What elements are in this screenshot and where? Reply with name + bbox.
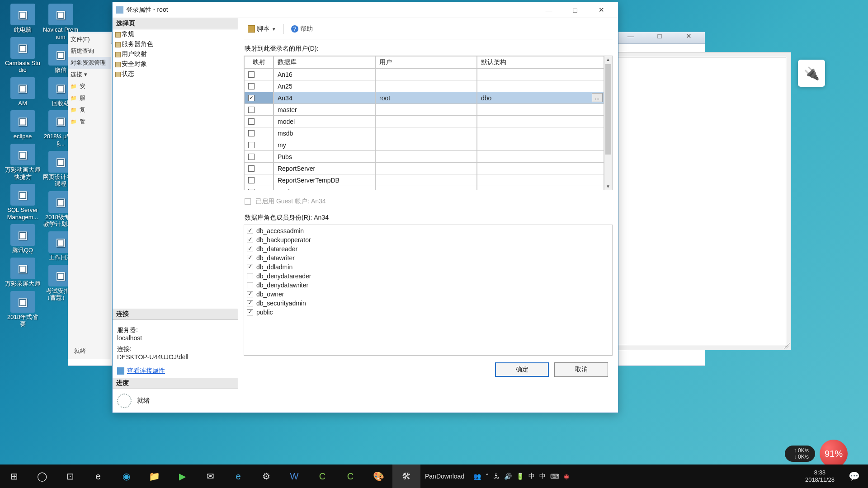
desktop-icon[interactable]: ▣AM [5, 77, 41, 107]
map-checkbox[interactable] [248, 154, 255, 160]
cell-database[interactable]: my [274, 139, 375, 151]
bg-maximize-button[interactable]: □ [646, 32, 673, 40]
cell-database[interactable]: ReportServer [274, 163, 375, 174]
map-checkbox[interactable] [248, 189, 255, 191]
script-button[interactable]: 脚本 [245, 23, 278, 34]
cell-schema[interactable] [477, 174, 604, 186]
cell-user[interactable]: root [375, 92, 477, 104]
cell-schema[interactable]: dbo... [477, 92, 604, 104]
resize-grip-icon[interactable] [783, 343, 790, 349]
minimize-button[interactable]: — [536, 2, 562, 18]
desktop-icon[interactable]: ▣万彩录屏大师 [5, 258, 41, 287]
cell-database[interactable]: model [274, 116, 375, 127]
cancel-button[interactable]: 取消 [554, 362, 608, 377]
taskbar-app-camtasia2[interactable]: C [336, 465, 364, 488]
desktop-icon[interactable]: ▣万彩动画大师 快捷方 [5, 144, 41, 180]
role-checkbox[interactable] [247, 228, 253, 234]
tray-ime1[interactable]: 中 [528, 472, 535, 480]
ok-button[interactable]: 确定 [495, 362, 549, 377]
mapping-row[interactable]: ReportServer [244, 163, 604, 174]
grid-scrollbar[interactable] [604, 56, 612, 190]
tray-network-icon[interactable]: 🖧 [493, 473, 500, 480]
cell-schema[interactable] [477, 163, 604, 174]
role-row[interactable]: db_datawriter [247, 253, 609, 263]
role-row[interactable]: db_accessadmin [247, 226, 609, 235]
role-row[interactable]: db_denydatareader [247, 272, 609, 281]
map-checkbox[interactable] [248, 177, 255, 183]
map-checkbox[interactable] [248, 95, 255, 101]
menu-file[interactable]: 文件(F) [68, 33, 111, 45]
taskbar-clock[interactable]: 8:33 2018/11/28 [800, 469, 840, 483]
map-checkbox[interactable] [248, 83, 255, 89]
taskbar-app-video[interactable]: ▶ [168, 465, 196, 488]
desktop-icon[interactable]: ▣Camtasia Studio [5, 37, 41, 74]
role-checkbox[interactable] [247, 282, 253, 288]
page-nav-状态[interactable]: 状态 [113, 69, 238, 79]
mapping-row[interactable]: my [244, 139, 604, 151]
map-checkbox[interactable] [248, 107, 255, 113]
cell-user[interactable] [375, 80, 477, 92]
system-tray[interactable]: 👥 ˄ 🖧 🔊 🔋 中 中 ⌨ ◉ [469, 472, 574, 480]
cell-user[interactable] [375, 174, 477, 186]
cell-user[interactable] [375, 186, 477, 190]
roles-listbox[interactable]: db_accessadmindb_backupoperatordb_datare… [244, 225, 613, 356]
cell-database[interactable]: An16 [274, 69, 375, 80]
tray-people-icon[interactable]: 👥 [473, 473, 481, 480]
tray-keyboard-icon[interactable]: ⌨ [550, 473, 559, 480]
col-header-database[interactable]: 数据库 [274, 56, 375, 69]
page-nav-服务器角色[interactable]: 服务器角色 [113, 39, 238, 49]
map-checkbox[interactable] [248, 142, 255, 148]
cell-user[interactable] [375, 69, 477, 80]
cell-user[interactable] [375, 151, 477, 163]
page-nav-常规[interactable]: 常规 [113, 29, 238, 39]
cell-schema[interactable] [477, 139, 604, 151]
taskbar-running-app[interactable]: PanDownload [420, 473, 469, 480]
cell-schema[interactable] [477, 151, 604, 163]
role-checkbox[interactable] [247, 237, 253, 243]
tray-360-icon[interactable]: ◉ [564, 473, 569, 480]
mapping-row[interactable]: model [244, 116, 604, 127]
cell-schema[interactable] [477, 127, 604, 139]
taskbar-app-camtasia[interactable]: C [308, 465, 336, 488]
col-header-user[interactable]: 用户 [375, 56, 477, 69]
connect-dropdown[interactable]: 连接 ▾ [68, 69, 111, 80]
cell-schema[interactable] [477, 116, 604, 127]
desktop-icon[interactable]: ▣2018年式省赛 [5, 291, 41, 328]
page-nav-用户映射[interactable]: 用户映射 [113, 49, 238, 59]
role-row[interactable]: public [247, 308, 609, 317]
mapping-row[interactable]: msdb [244, 127, 604, 139]
role-row[interactable]: db_ddladmin [247, 263, 609, 272]
cell-database[interactable]: ReportServerTempDB [274, 174, 375, 186]
col-header-map[interactable]: 映射 [244, 56, 274, 69]
cell-user[interactable] [375, 116, 477, 127]
tray-battery-icon[interactable]: 🔋 [516, 473, 524, 480]
mapping-row[interactable]: Pubs [244, 151, 604, 163]
net-speed-hud[interactable]: ↑ 0K/s ↓ 0K/s 91% [785, 440, 848, 468]
cell-database[interactable]: An34 [274, 92, 375, 104]
cell-user[interactable] [375, 104, 477, 116]
browse-schema-button[interactable]: ... [592, 93, 603, 102]
close-button[interactable]: ✕ [588, 2, 614, 18]
start-button[interactable]: ⊞ [0, 465, 28, 488]
mapping-grid-scroll[interactable]: 映射 数据库 用户 默认架构 An16An25An34rootdbo...mas… [244, 56, 613, 190]
desktop-icon[interactable]: ▣此电脑 [5, 4, 41, 33]
taskbar-app-ie[interactable]: e [224, 465, 252, 488]
taskbar-app-paint[interactable]: 🎨 [364, 465, 392, 488]
role-checkbox[interactable] [247, 273, 253, 279]
tree-node[interactable]: 管 [68, 116, 111, 127]
tray-ime2[interactable]: 中 [539, 472, 546, 480]
tree-node[interactable]: 服 [68, 92, 111, 104]
taskbar[interactable]: ⊞ ◯ ⊡ e ◉ 📁 ▶ ✉ e ⚙ W C C 🎨 🛠 PanDownloa… [0, 465, 868, 488]
tray-chevron-icon[interactable]: ˄ [486, 473, 489, 480]
bg-minimize-button[interactable]: — [617, 32, 644, 40]
role-checkbox[interactable] [247, 255, 253, 261]
mapping-row[interactable]: master [244, 104, 604, 116]
cell-schema[interactable] [477, 69, 604, 80]
cell-schema[interactable] [477, 186, 604, 190]
role-checkbox[interactable] [247, 309, 253, 315]
bg-close-button[interactable]: ✕ [675, 32, 702, 40]
cell-database[interactable]: An25 [274, 80, 375, 92]
taskbar-app-explorer[interactable]: 📁 [140, 465, 168, 488]
page-nav-安全对象[interactable]: 安全对象 [113, 59, 238, 69]
cell-database[interactable]: Pubs [274, 151, 375, 163]
